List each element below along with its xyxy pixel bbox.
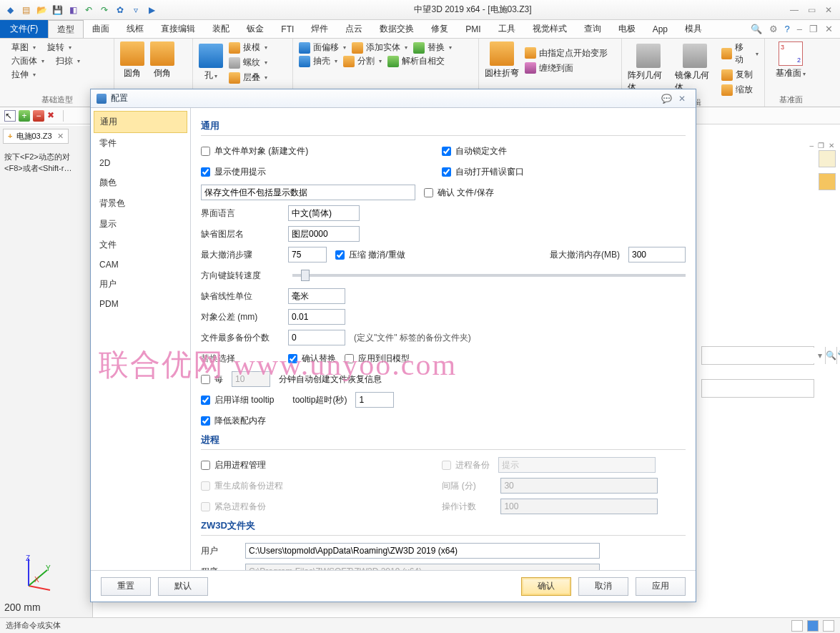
minus-icon[interactable]: − [33,110,44,122]
config-icon[interactable]: ✿ [114,4,126,16]
copy-button[interactable]: 复制 [721,69,759,81]
menu-file[interactable]: 文件(F) [0,20,48,38]
nav-color[interactable]: 颜色 [94,172,187,193]
docview-min-icon[interactable]: – [809,142,814,149]
reset-button[interactable]: 重置 [101,577,151,596]
status-icon-3[interactable] [823,620,834,632]
hole-icon[interactable] [199,44,223,68]
gear-icon[interactable]: ⚙ [769,24,778,34]
docview-close-icon[interactable]: ✕ [829,142,834,149]
menu-modeling[interactable]: 造型 [48,20,84,38]
menu-pmi[interactable]: PMI [457,20,489,38]
menu-exchange[interactable]: 数据交换 [371,20,423,38]
menu-visual[interactable]: 视觉样式 [524,20,575,38]
fillet-icon[interactable] [120,41,144,66]
search-icon[interactable]: 🔍 [751,24,762,34]
menu-direct-edit[interactable]: 直接编辑 [152,20,204,38]
maximize-icon[interactable]: ▭ [806,4,817,16]
open-icon[interactable]: 📂 [36,4,47,16]
split-button[interactable]: 分割 [343,55,382,67]
lang-select[interactable]: 中文(简体) [288,205,360,221]
new-icon[interactable]: ▤ [20,4,31,16]
minimize-icon[interactable]: — [789,4,800,16]
clear-icon[interactable]: ✖ [47,110,59,122]
right-dock-tab-2[interactable] [819,173,836,190]
doc-close-icon[interactable]: ✕ [57,132,64,140]
apply-button[interactable]: 应用 [636,577,686,596]
chk-show-tips[interactable]: 显示使用提示 [201,166,433,178]
undo-mem-input[interactable] [628,247,686,262]
offset-button[interactable]: 面偏移 [299,41,346,54]
document-tab[interactable]: + 电施03.Z3 ✕ [3,129,69,144]
dialog-help-icon[interactable]: 💬 [658,94,674,104]
mirror-icon[interactable] [683,44,707,68]
tol-input[interactable] [288,309,345,325]
palette-icon[interactable]: ◧ [67,4,79,16]
layer-input[interactable] [288,226,360,242]
sweep-button[interactable]: 扫掠 [56,55,80,67]
chk-every[interactable]: 每 [201,373,223,386]
datum-label[interactable]: 基准面 [776,67,806,79]
save-icon[interactable]: 💾 [51,4,63,16]
menu-query[interactable]: 查询 [575,20,610,38]
more-icon[interactable]: ▿ [130,4,142,16]
cursor-icon[interactable]: ↖ [4,110,16,122]
docview-max-icon[interactable]: ❐ [818,142,824,149]
help-icon[interactable]: ? [785,24,790,34]
hole-label[interactable]: 孔 [204,69,217,82]
nav-part[interactable]: 零件 [94,133,187,154]
ok-button[interactable]: 确认 [521,577,571,596]
app-icon[interactable]: ◆ [4,4,16,16]
menu-app[interactable]: App [644,20,676,38]
chk-confirm-save[interactable]: 确认 文件/保存 [424,187,494,199]
menu-surface[interactable]: 曲面 [84,20,118,38]
user-path-input[interactable] [245,543,600,559]
thread-button[interactable]: 螺纹 [229,57,267,69]
filter-panel[interactable] [701,379,814,398]
menu-repair[interactable]: 修复 [423,20,457,38]
menu-fti[interactable]: FTI [272,20,302,38]
shell-button[interactable]: 抽壳 [299,55,337,67]
stack-button[interactable]: 层叠 [229,72,267,84]
sketch-button[interactable]: 草图 [11,41,36,54]
search-dd-icon[interactable]: ▾ [815,350,825,360]
status-icon-2[interactable] [807,620,819,632]
default-button[interactable]: 默认 [158,577,208,596]
selfint-button[interactable]: 解析自相交 [387,55,445,67]
chk-confirm-replace[interactable]: 确认替换 [288,353,336,365]
search-input[interactable] [702,348,815,363]
chk-single-file[interactable]: 单文件单对象 (新建文件) [201,145,433,157]
dialog-close-icon[interactable]: ✕ [674,94,690,104]
nav-bg[interactable]: 背景色 [94,193,187,214]
chk-low-asm[interactable]: 降低装配内存 [201,415,266,427]
tooltip-timeout-input[interactable] [355,392,394,408]
doc-restore-icon[interactable]: ❐ [809,24,818,34]
chk-tooltip[interactable]: 启用详细 tooltip [201,394,274,406]
undo-input[interactable] [288,247,327,262]
plus-icon[interactable]: + [19,110,30,122]
unit-select[interactable]: 毫米 [288,288,345,304]
chk-auto-err[interactable]: 自动打开错误窗口 [442,166,674,178]
rotspeed-slider[interactable] [292,274,686,277]
chk-proc-mgmt[interactable]: 启用进程管理 [201,459,433,471]
save-mode-select[interactable]: 保存文件但不包括显示数据 [201,185,415,200]
status-icon-1[interactable] [791,620,803,632]
nav-pdm[interactable]: PDM [94,295,187,313]
run-icon[interactable]: ▶ [146,4,157,16]
nav-display[interactable]: 显示 [94,214,187,235]
menu-wire[interactable]: 线框 [118,20,152,38]
menu-tool[interactable]: 工具 [490,20,524,38]
fromfixed-button[interactable]: 由指定点开始变形 [525,47,608,59]
undo-icon[interactable]: ↶ [83,4,94,16]
box-button[interactable]: 六面体 [11,55,44,67]
nav-2d[interactable]: 2D [94,154,187,172]
right-dock-tab-1[interactable] [819,150,836,167]
nav-cam[interactable]: CAM [94,255,187,274]
chk-auto-lock[interactable]: 自动锁定文件 [442,145,674,157]
menu-electrode[interactable]: 电极 [610,20,644,38]
chamfer-icon[interactable] [150,41,174,66]
addsolid-button[interactable]: 添加实体 [352,41,407,54]
menu-weld[interactable]: 焊件 [302,20,337,38]
scale-button[interactable]: 缩放 [721,84,759,96]
chk-apply-old[interactable]: 应用到旧模型 [345,353,410,365]
